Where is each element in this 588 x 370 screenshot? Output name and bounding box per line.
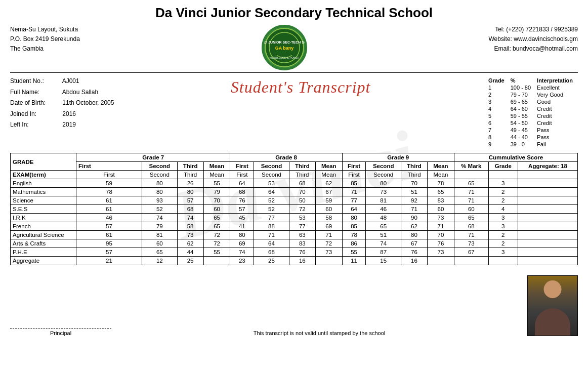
g7-t2: Second [142, 171, 178, 179]
grade9-header: Grade 9 [342, 153, 454, 162]
score-cell: 71 [454, 188, 488, 196]
score-cell: 73 [454, 239, 488, 248]
grade-scale: Grade % Interpretation 1100 - 80Excellen… [487, 77, 578, 148]
score-cell [518, 196, 577, 205]
score-cell: 48 [366, 214, 401, 222]
score-cell: 57 [177, 196, 203, 205]
subject-name: Arts & Crafts [11, 239, 76, 248]
subject-name: Aggregate [11, 257, 76, 265]
score-cell: 26 [177, 179, 203, 188]
score-cell: 74 [230, 248, 254, 257]
score-cell: 62 [177, 239, 203, 248]
g9-t2: Second [366, 171, 401, 179]
score-cell: 3 [488, 222, 518, 231]
footer: Principal This transcript is not valid u… [10, 275, 578, 336]
score-cell: 68 [454, 222, 488, 231]
score-cell: 65 [203, 222, 230, 231]
g9-third: Third [401, 162, 427, 171]
grade-scale-cell: 79 - 70 [510, 91, 536, 98]
g9-t3: Third [401, 171, 427, 179]
score-cell: 72 [203, 239, 230, 248]
score-cell: 59 [76, 179, 142, 188]
school-address: Nema-Su Layout, Sukuta P.O. Box 2419 Ser… [10, 25, 80, 54]
subject-name: I.R.K [11, 214, 76, 222]
g9-tm: Mean [427, 171, 454, 179]
grade-scale-cell: 59 - 55 [510, 112, 536, 119]
score-cell: 51 [366, 231, 401, 239]
table-row: Arts & Crafts956062726964837286746776732 [11, 239, 578, 248]
g7-third: Third [177, 162, 203, 171]
g8-third: Third [289, 162, 315, 171]
score-cell: 21 [76, 257, 142, 265]
score-cell: 61 [76, 231, 142, 239]
grade-scale-cell: 64 - 60 [510, 105, 536, 112]
svg-text:DA VINCI JUNIOR SEC-TECH SCHOO: DA VINCI JUNIOR SEC-TECH SCHOOL [264, 40, 305, 44]
score-cell: 77 [289, 222, 315, 231]
score-cell: 81 [366, 196, 401, 205]
grade7-header: Grade 7 [76, 153, 230, 162]
table-row: Science619357707652505977819283712 [11, 196, 578, 205]
student-dob-value: 11th October, 2005 [62, 99, 114, 106]
score-cell: 65 [454, 214, 488, 222]
g9-t1: First [342, 171, 366, 179]
grade-scale-cell: 69 - 65 [510, 98, 536, 105]
photo-placeholder [528, 275, 577, 336]
score-cell: 77 [254, 214, 289, 222]
score-cell: 57 [76, 248, 142, 257]
table-row: French577958654188776985656271683 [11, 222, 578, 231]
score-cell: 45 [230, 214, 254, 222]
g7-tm: Mean [203, 171, 230, 179]
student-dob-label: Date of Birth: [10, 98, 61, 109]
exam-term-label: EXAM(term) [11, 171, 76, 179]
score-cell: 3 [488, 214, 518, 222]
score-cell: 76 [230, 196, 254, 205]
score-cell: 76 [289, 248, 315, 257]
score-cell: 2 [488, 188, 518, 196]
score-cell: 64 [342, 205, 366, 214]
grade-scale-cell: Credit [536, 119, 578, 127]
transcript-label: Student's Transcript [231, 78, 371, 97]
score-cell: 88 [254, 222, 289, 231]
grade-scale-cell: Credit [536, 105, 578, 112]
score-cell: 73 [315, 248, 342, 257]
student-photo [527, 275, 578, 336]
student-info: Student No.: AJ001 Full Name: Abdou Sall… [10, 76, 114, 131]
grade-scale-cell: 5 [487, 112, 510, 119]
score-cell: 70 [289, 188, 315, 196]
score-cell [203, 257, 230, 265]
score-cell: 60 [315, 205, 342, 214]
score-cell [518, 179, 577, 188]
subject-name: S.E.S [11, 205, 76, 214]
score-cell [518, 239, 577, 248]
grade-scale-cell: 7 [487, 127, 510, 134]
score-cell: 67 [401, 239, 427, 248]
score-cell: 72 [203, 231, 230, 239]
score-cell: 79 [142, 222, 178, 231]
score-cell: 55 [203, 248, 230, 257]
cum-agg2 [518, 171, 577, 179]
address-line1: Nema-Su Layout, Sukuta [10, 25, 80, 34]
score-cell: 78 [76, 188, 142, 196]
score-cell [454, 257, 488, 265]
score-cell: 64 [230, 179, 254, 188]
g9-second: Second [366, 162, 401, 171]
svg-text:GA bany: GA bany [275, 46, 293, 51]
grade-scale-cell: 3 [487, 98, 510, 105]
score-cell: 72 [289, 205, 315, 214]
score-cell: 93 [142, 196, 178, 205]
grade8-header: Grade 8 [230, 153, 342, 162]
score-cell: 57 [230, 205, 254, 214]
score-cell: 71 [427, 222, 454, 231]
table-row: Agricultural Science61817372807163717851… [11, 231, 578, 239]
score-cell: 55 [203, 179, 230, 188]
student-joined-value: 2016 [62, 110, 76, 117]
score-cell: 52 [254, 196, 289, 205]
score-cell: 65 [203, 214, 230, 222]
score-cell: 78 [342, 231, 366, 239]
address-line2: P.O. Box 2419 Serekunda [10, 34, 80, 44]
principal-area: Principal [10, 328, 111, 336]
signature-line [10, 328, 111, 329]
score-cell: 65 [142, 248, 178, 257]
score-cell: 52 [142, 205, 178, 214]
grade-scale-cell: 49 - 45 [510, 127, 536, 134]
